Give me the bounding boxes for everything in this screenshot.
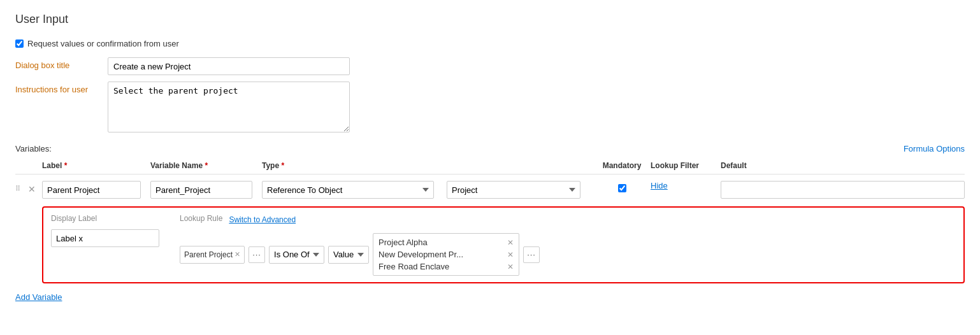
object-cell: Project: [447, 181, 593, 199]
delete-row-button[interactable]: ✕: [28, 181, 42, 194]
instructions-label: Instructions for user: [15, 82, 108, 94]
switch-advanced-link[interactable]: Switch to Advanced: [229, 215, 296, 224]
lookup-rule-section: Lookup Rule Switch to Advanced Parent Pr…: [180, 214, 956, 276]
variables-label: Variables:: [15, 144, 52, 153]
table-header: Label * Variable Name * Type * Mandatory…: [15, 161, 965, 175]
col-header-lookup: Lookup Filter: [651, 161, 721, 170]
table-row: ⠿ ✕ Reference To Object Project Hide: [15, 177, 965, 203]
mandatory-checkbox[interactable]: [618, 184, 626, 192]
type-cell: Reference To Object: [262, 181, 447, 199]
display-label-section: Display Label: [51, 214, 172, 247]
dialog-box-row: Dialog box title: [15, 57, 965, 75]
formula-options-link[interactable]: Formula Options: [904, 144, 965, 153]
lookup-cell: Hide: [651, 181, 721, 190]
request-values-row: Request values or confirmation from user: [15, 39, 965, 48]
value-tag-1-close[interactable]: ✕: [507, 238, 514, 247]
lookup-rule-label: Lookup Rule: [180, 214, 222, 223]
lookup-rule-row: Parent Project ✕ ··· Is One Of Value Pro…: [180, 233, 956, 276]
values-more-button[interactable]: ···: [523, 246, 540, 263]
tag-more-button[interactable]: ···: [249, 246, 265, 263]
value-tag-2-name: New Development Pr...: [378, 250, 463, 259]
default-input[interactable]: [721, 181, 965, 199]
mandatory-cell: [593, 181, 651, 194]
lookup-expanded-section: Display Label Lookup Rule Switch to Adva…: [42, 206, 965, 283]
dialog-box-label: Dialog box title: [15, 57, 108, 70]
col-header-label: Label *: [42, 161, 150, 170]
object-select[interactable]: Project: [447, 181, 580, 199]
dialog-box-input[interactable]: [108, 57, 350, 75]
add-variable-link[interactable]: Add Variable: [15, 292, 62, 302]
varname-cell: [150, 181, 262, 199]
request-values-checkbox[interactable]: [15, 39, 24, 48]
col-header-default: Default: [721, 161, 965, 170]
value-tag-3-name: Free Road Enclave: [378, 262, 449, 271]
operator-select[interactable]: Is One Of: [269, 246, 324, 264]
parent-project-tag-box: Parent Project ✕: [180, 246, 245, 264]
label-cell: [42, 181, 150, 199]
value-tag-2-close[interactable]: ✕: [507, 250, 514, 259]
varname-input[interactable]: [150, 181, 252, 199]
drag-handle[interactable]: ⠿: [15, 181, 28, 193]
display-label-header: Display Label: [51, 214, 172, 223]
value-tag-3-close[interactable]: ✕: [507, 262, 514, 271]
value-tag-2: New Development Pr... ✕: [378, 248, 514, 260]
value-tag-1-name: Project Alpha: [378, 238, 428, 247]
col-header-mandatory: Mandatory: [593, 161, 651, 170]
page-title: User Input: [15, 13, 965, 26]
hide-link[interactable]: Hide: [651, 178, 668, 190]
instructions-row: Instructions for user Select the parent …: [15, 82, 965, 132]
values-list-box: Project Alpha ✕ New Development Pr... ✕ …: [373, 233, 519, 276]
value-type-select[interactable]: Value: [328, 246, 369, 264]
type-select[interactable]: Reference To Object: [262, 181, 434, 199]
parent-project-tag-close[interactable]: ✕: [234, 250, 240, 259]
value-tag-3: Free Road Enclave ✕: [378, 260, 514, 273]
label-input[interactable]: [42, 181, 141, 199]
col-header-varname: Variable Name *: [150, 161, 262, 170]
lookup-rule-header: Lookup Rule Switch to Advanced: [180, 214, 956, 225]
value-tag-1: Project Alpha ✕: [378, 236, 514, 248]
default-cell: [721, 181, 965, 199]
col-header-type: Type *: [262, 161, 447, 170]
request-values-label: Request values or confirmation from user: [27, 39, 179, 48]
variables-header: Variables: Formula Options: [15, 144, 965, 153]
instructions-textarea[interactable]: Select the parent project: [108, 82, 350, 132]
parent-project-tag: Parent Project ✕: [184, 250, 240, 259]
display-label-input[interactable]: [51, 229, 159, 247]
